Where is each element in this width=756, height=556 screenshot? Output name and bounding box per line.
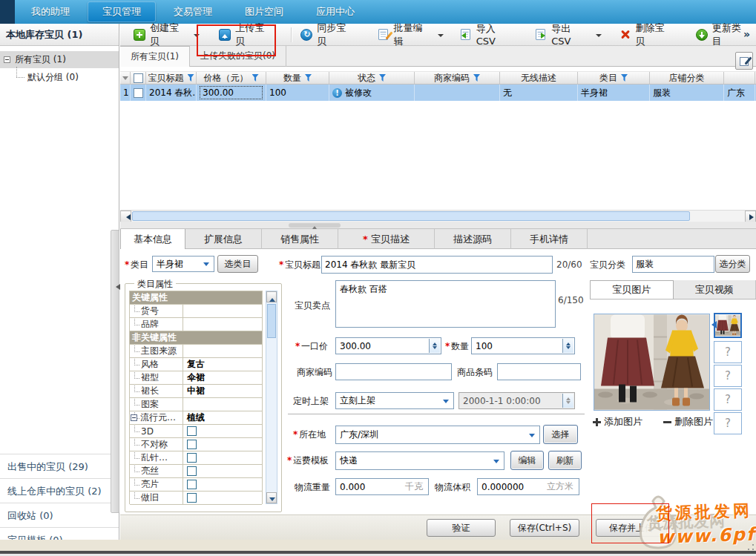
schedule-select[interactable]: 立刻上架	[335, 392, 454, 409]
image-thumbnail-selected[interactable]	[714, 313, 742, 338]
choose-location-button[interactable]: 选择	[543, 425, 578, 444]
save-button[interactable]: 保存(Ctrl+S)	[510, 519, 579, 537]
col-shop-category[interactable]: 店铺分类	[650, 72, 724, 84]
location-select[interactable]: 广东/深圳	[335, 426, 540, 444]
select-all-checkbox-cell[interactable]	[131, 72, 146, 84]
checkbox[interactable]	[187, 440, 197, 449]
menu-trade-management[interactable]: 交易管理	[159, 1, 227, 22]
add-image-button[interactable]: 添加图片	[593, 415, 642, 428]
scroll-right-button[interactable]	[745, 211, 756, 222]
prop-row-3d[interactable]: 3D	[130, 425, 262, 438]
collapse-icon[interactable]	[4, 56, 10, 63]
select-all-checkbox[interactable]	[134, 73, 143, 83]
scroll-up-button[interactable]	[266, 291, 277, 302]
create-item-button[interactable]: 创建宝贝	[128, 25, 194, 44]
menu-item-management[interactable]: 宝贝管理	[88, 1, 156, 22]
chevron-down-icon[interactable]	[438, 34, 444, 40]
edit-note-button[interactable]	[735, 52, 753, 70]
filter-icon[interactable]	[379, 74, 386, 82]
scrollbar-thumb[interactable]	[132, 211, 690, 221]
collapse-strip[interactable]	[111, 230, 119, 513]
checkbox[interactable]	[187, 493, 197, 503]
prop-row-trend-elements[interactable]: 流行元…植绒	[130, 411, 262, 425]
remove-image-button[interactable]: 删除图片	[663, 415, 713, 428]
prop-row-item-number[interactable]: 货号	[130, 305, 262, 318]
filter-icon[interactable]	[621, 74, 628, 82]
volume-input[interactable]: 立方米	[477, 478, 579, 495]
import-csv-button[interactable]: 导入CSV	[454, 25, 520, 44]
prop-row-lurex[interactable]: 亮丝	[130, 465, 262, 478]
horizontal-scrollbar[interactable]	[120, 210, 756, 222]
category-select[interactable]: 半身裙	[152, 256, 214, 272]
checkbox[interactable]	[187, 453, 197, 463]
edit-shipping-button[interactable]: 编辑	[510, 451, 544, 470]
properties-scrollbar[interactable]	[266, 291, 277, 504]
prop-row-style[interactable]: 风格复古	[130, 358, 262, 371]
tab-sale-props[interactable]: 销售属性	[262, 229, 338, 249]
column-menu[interactable]	[120, 72, 131, 84]
col-category[interactable]: 类目	[578, 72, 650, 84]
panel-splitter[interactable]	[120, 222, 756, 229]
prop-row-main-image-source[interactable]: 主图来源	[130, 345, 262, 358]
row-checkbox[interactable]	[134, 88, 143, 98]
weight-input[interactable]: 千克	[335, 478, 429, 495]
filter-icon[interactable]	[252, 74, 259, 82]
filter-icon[interactable]	[473, 74, 480, 82]
checkbox[interactable]	[187, 466, 197, 476]
quantity-stepper[interactable]	[562, 339, 573, 353]
quantity-input[interactable]	[471, 337, 575, 354]
weight-field[interactable]	[340, 482, 405, 492]
checkbox[interactable]	[187, 480, 197, 489]
image-slot-empty[interactable]: ?	[714, 341, 742, 363]
menu-my-assistant[interactable]: 我的助理	[16, 1, 85, 22]
col-quantity[interactable]: 数量	[266, 72, 329, 84]
prop-row-random-stitch[interactable]: 乱针…	[130, 451, 262, 465]
prop-row-distressed[interactable]: 做旧	[130, 492, 262, 505]
chevron-down-icon[interactable]	[596, 34, 602, 40]
prop-row-brand[interactable]: 品牌	[130, 318, 262, 331]
checkbox[interactable]	[187, 426, 197, 436]
prop-row-skirt-type[interactable]: 裙型伞裙	[130, 371, 262, 385]
sync-item-button[interactable]: 同步宝贝	[295, 25, 361, 44]
tab-description-source[interactable]: 描述源码	[435, 229, 511, 249]
col-status[interactable]: 状态	[329, 72, 415, 84]
item-title-input[interactable]	[321, 256, 553, 274]
price-field[interactable]	[340, 341, 437, 351]
toolbar-overflow-button[interactable]: »	[743, 28, 750, 40]
tab-basic-info[interactable]: 基本信息	[120, 229, 185, 250]
volume-field[interactable]	[481, 482, 547, 492]
shop-category-input[interactable]	[632, 256, 714, 273]
selling-point-textarea[interactable]: 春秋款 百搭	[335, 280, 556, 328]
tab-item-pictures[interactable]: 宝贝图片	[590, 280, 674, 299]
sidebar-item-online-warehouse[interactable]: 线上仓库中的宝贝 (2)	[0, 478, 119, 503]
batch-edit-button[interactable]: 批量编辑	[372, 25, 438, 44]
col-title[interactable]: 宝贝标题	[146, 72, 197, 84]
tree-default-group[interactable]: 默认分组 (0)	[0, 68, 119, 86]
price-stepper[interactable]	[429, 339, 440, 353]
tab-mobile-detail[interactable]: 手机详情	[511, 229, 588, 249]
quantity-field[interactable]	[476, 341, 571, 351]
filter-icon[interactable]	[188, 74, 194, 82]
scroll-left-button[interactable]	[120, 211, 131, 222]
tree-all-items[interactable]: 所有宝贝 (1)	[0, 51, 119, 68]
scroll-down-button[interactable]	[266, 492, 277, 503]
merchant-code-input[interactable]	[335, 363, 452, 380]
export-csv-button[interactable]: 导出CSV	[529, 25, 595, 44]
sidebar-item-recycle-bin[interactable]: 回收站 (0)	[0, 503, 119, 527]
tab-item-description[interactable]: *宝贝描述	[338, 229, 435, 249]
col-merchant-code[interactable]: 商家编码	[415, 72, 500, 84]
row-checkbox-cell[interactable]	[131, 85, 146, 101]
cell-title[interactable]: 2014 春秋…	[146, 85, 197, 101]
image-slot-empty[interactable]: ?	[714, 412, 742, 434]
table-row[interactable]: 1 2014 春秋… 300.00 100 被修改 无 半身裙 服装 广东	[120, 85, 756, 101]
image-slot-empty[interactable]: ?	[714, 365, 742, 387]
collapse-icon[interactable]	[131, 414, 137, 421]
barcode-input[interactable]	[497, 363, 581, 380]
validate-button[interactable]: 验证	[427, 519, 496, 537]
prop-row-skirt-length[interactable]: 裙长中裙	[130, 385, 262, 398]
menu-app-center[interactable]: 应用中心	[301, 1, 369, 22]
cell-quantity[interactable]: 100	[266, 85, 329, 101]
menu-image-space[interactable]: 图片空间	[230, 1, 298, 22]
shipping-template-select[interactable]: 快递	[335, 451, 504, 470]
prop-row-asymmetric[interactable]: 不对称	[130, 438, 262, 451]
